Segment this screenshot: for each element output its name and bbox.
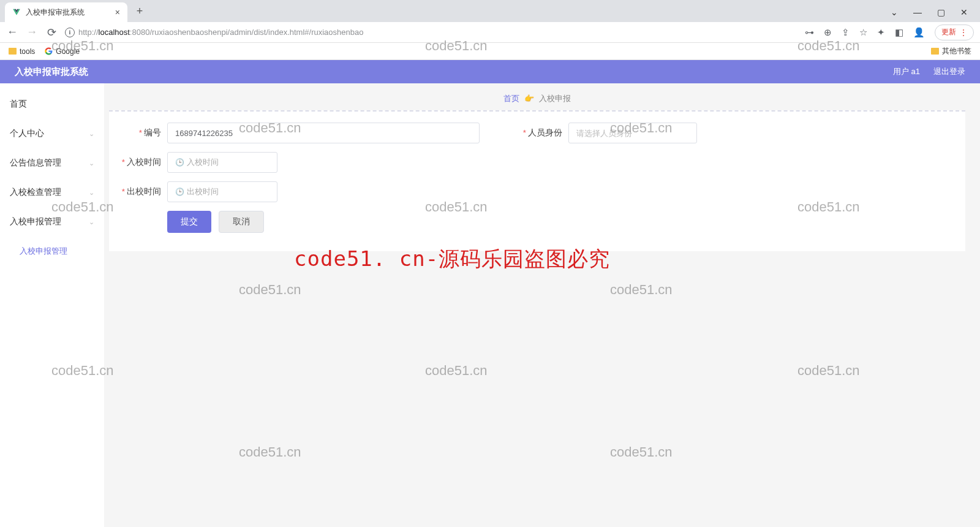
- extensions-icon[interactable]: ✦: [877, 27, 885, 38]
- forward-icon[interactable]: →: [26, 26, 38, 39]
- app-title: 入校申报审批系统: [15, 66, 88, 78]
- back-icon[interactable]: ←: [6, 26, 18, 39]
- breadcrumb-home[interactable]: 首页: [503, 94, 519, 103]
- sidebar-item-label: 首页: [10, 99, 27, 110]
- folder-icon: [931, 48, 939, 55]
- bookmark-label: 其他书签: [942, 46, 971, 56]
- tab-title: 入校申报审批系统: [26, 7, 85, 18]
- breadcrumb-current: 入校申报: [539, 94, 571, 103]
- chevron-down-icon: ⌄: [89, 159, 94, 167]
- sidebar-item-apply[interactable]: 入校申报管理 ⌄: [0, 207, 104, 237]
- in-time-placeholder: 入校时间: [187, 157, 219, 168]
- update-label: 更新: [941, 27, 956, 37]
- identity-select[interactable]: [568, 123, 697, 143]
- url-prefix: http://: [78, 28, 99, 37]
- chevron-down-icon: ⌄: [89, 189, 94, 197]
- bookmark-google[interactable]: Google: [45, 47, 80, 56]
- sidebar-item-personal[interactable]: 个人中心 ⌄: [0, 119, 104, 148]
- menu-dots-icon: ⋮: [960, 28, 967, 37]
- sidebar: 首页 个人中心 ⌄ 公告信息管理 ⌄ 入校检查管理 ⌄ 入校申报管理 ⌄ 入校申…: [0, 83, 104, 527]
- app-header: 入校申报审批系统 用户 a1 退出登录: [0, 60, 980, 83]
- user-label[interactable]: 用户 a1: [893, 66, 920, 77]
- bookmark-icon[interactable]: ☆: [859, 27, 867, 38]
- breadcrumb-sep-icon: 👉: [524, 94, 534, 103]
- chevron-down-icon[interactable]: ⌄: [888, 7, 900, 17]
- address-bar-row: ← → ⟳ i http://localhost:8080/ruxiaoshen…: [0, 22, 980, 43]
- sidebar-item-label: 入校申报管理: [10, 216, 61, 227]
- form-panel: 编号 人员身份 入校时间 🕒 入校时间 出校时间 🕒: [109, 110, 965, 251]
- app-body: 首页 个人中心 ⌄ 公告信息管理 ⌄ 入校检查管理 ⌄ 入校申报管理 ⌄ 入校申…: [0, 83, 980, 527]
- label-in-time: 入校时间: [115, 157, 167, 168]
- minimize-icon[interactable]: —: [911, 7, 924, 17]
- chevron-down-icon: ⌄: [89, 218, 94, 226]
- sidebar-item-home[interactable]: 首页: [0, 89, 104, 119]
- code-input[interactable]: [167, 123, 480, 143]
- share-icon[interactable]: ⇪: [842, 27, 850, 38]
- url-host: localhost: [99, 28, 130, 37]
- maximize-icon[interactable]: ▢: [935, 7, 947, 17]
- folder-icon: [9, 48, 17, 55]
- new-tab-button[interactable]: +: [132, 4, 147, 18]
- reload-icon[interactable]: ⟳: [45, 26, 58, 39]
- breadcrumb: 首页 👉 入校申报: [109, 91, 965, 110]
- sidebar-item-label: 入校检查管理: [10, 187, 61, 198]
- clock-icon: 🕒: [175, 188, 184, 196]
- sidebar-item-label: 个人中心: [10, 128, 44, 139]
- toolbar-icons: ⊶ ⊕ ⇪ ☆ ✦ ◧ 👤 更新 ⋮: [805, 25, 974, 40]
- chevron-down-icon: ⌄: [89, 130, 94, 138]
- key-icon[interactable]: ⊶: [805, 27, 814, 38]
- in-time-input[interactable]: 🕒 入校时间: [167, 152, 277, 173]
- close-tab-icon[interactable]: ×: [115, 7, 120, 17]
- submit-button[interactable]: 提交: [167, 211, 211, 233]
- other-bookmarks[interactable]: 其他书签: [931, 46, 971, 56]
- sidebar-item-label: 入校申报管理: [20, 246, 67, 257]
- browser-tabstrip: 入校申报审批系统 × + ⌄ — ▢ ✕: [0, 0, 980, 22]
- sidebar-item-apply-sub[interactable]: 入校申报管理: [0, 237, 104, 266]
- google-icon: [45, 47, 53, 55]
- clock-icon: 🕒: [175, 158, 184, 167]
- profile-icon[interactable]: 👤: [913, 27, 925, 38]
- update-button[interactable]: 更新 ⋮: [935, 25, 974, 40]
- address-bar[interactable]: i http://localhost:8080/ruxiaoshenbaoshe…: [65, 28, 797, 37]
- sidebar-item-label: 公告信息管理: [10, 157, 61, 169]
- logout-link[interactable]: 退出登录: [933, 66, 965, 77]
- bookmark-tools[interactable]: tools: [9, 47, 35, 56]
- url-path: :8080/ruxiaoshenbaoshenpi/admin/dist/ind…: [130, 28, 364, 37]
- out-time-input[interactable]: 🕒 出校时间: [167, 181, 277, 202]
- label-out-time: 出校时间: [115, 186, 167, 197]
- label-code: 编号: [115, 127, 167, 138]
- sidebar-item-check[interactable]: 入校检查管理 ⌄: [0, 178, 104, 207]
- bookmarks-bar: tools Google 其他书签: [0, 43, 980, 60]
- bookmark-label: Google: [56, 47, 80, 56]
- bookmark-label: tools: [20, 47, 35, 56]
- browser-tab[interactable]: 入校申报审批系统 ×: [5, 2, 127, 22]
- label-identity: 人员身份: [516, 127, 568, 138]
- sidebar-item-notice[interactable]: 公告信息管理 ⌄: [0, 148, 104, 178]
- main-content: 首页 👉 入校申报 编号 人员身份 入校时间 🕒 入校时间: [104, 83, 980, 527]
- window-controls: ⌄ — ▢ ✕: [888, 7, 975, 17]
- close-window-icon[interactable]: ✕: [958, 7, 970, 17]
- site-info-icon[interactable]: i: [65, 28, 75, 37]
- out-time-placeholder: 出校时间: [187, 186, 219, 197]
- vue-favicon-icon: [12, 8, 21, 17]
- cancel-button[interactable]: 取消: [219, 211, 264, 233]
- zoom-icon[interactable]: ⊕: [824, 27, 832, 38]
- panel-icon[interactable]: ◧: [895, 27, 903, 38]
